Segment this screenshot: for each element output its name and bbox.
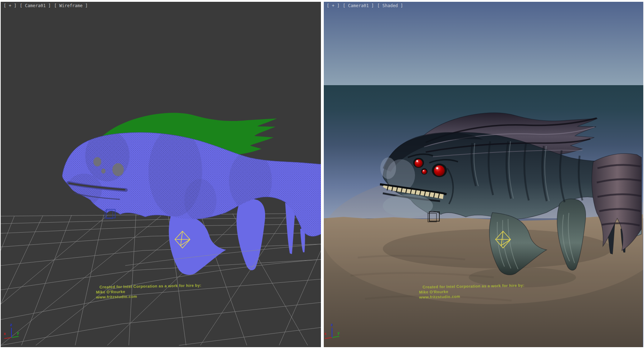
axis-gizmo: x y z [4, 322, 19, 339]
wireframe-scene[interactable]: Created for Intel Corporation as a work … [1, 2, 321, 347]
axis-x-label: x [4, 331, 6, 336]
eye-spot [101, 169, 106, 174]
viewport-wireframe[interactable]: [ + ] [ Camera01 ] [ Wireframe ] [1, 2, 321, 347]
shaded-scene[interactable]: Created for Intel Corporation as a work … [324, 2, 643, 347]
ground-mesh[interactable] [1, 213, 321, 345]
red-eye [434, 165, 445, 176]
viewport-menu-button[interactable]: [ + ] [327, 3, 340, 8]
sky [324, 2, 643, 85]
viewport-label-right: [ + ] [ Camera01 ] [ Shaded ] [327, 3, 404, 8]
shading-mode-label[interactable]: [ Shaded ] [377, 3, 403, 8]
camera-label[interactable]: [ Camera01 ] [343, 3, 374, 8]
attribution-text: Created for Intel Corporation as a work … [96, 283, 201, 299]
max-viewport-area: [ + ] [ Camera01 ] [ Wireframe ] [0, 0, 644, 350]
svg-text:Mike O'Rourke: Mike O'Rourke [419, 290, 448, 294]
viewport-menu-button[interactable]: [ + ] [4, 3, 16, 8]
axis-y-label: y [17, 331, 19, 335]
shading-mode-label[interactable]: [ Wireframe ] [54, 3, 88, 8]
viewport-shaded[interactable]: Created for Intel Corporation as a work … [324, 2, 643, 347]
eye-spot [112, 163, 124, 176]
svg-text:www.fritzstudio.com: www.fritzstudio.com [419, 294, 460, 299]
chin-highlight [383, 194, 433, 217]
snout-highlight [380, 157, 396, 179]
viewport-label-left: [ + ] [ Camera01 ] [ Wireframe ] [4, 3, 88, 8]
eye-spot [93, 157, 101, 166]
axis-z-label: z [331, 322, 333, 327]
camera-label[interactable]: [ Camera01 ] [20, 3, 51, 8]
svg-text:www.fritzstudio.com: www.fritzstudio.com [96, 294, 137, 299]
rear-fin [236, 199, 265, 271]
svg-text:Mike O'Rourke: Mike O'Rourke [96, 290, 125, 294]
axis-z-label: z [10, 322, 13, 327]
axis-y-label: y [337, 331, 340, 335]
red-eye [415, 159, 423, 167]
axis-x-label: x [324, 331, 327, 336]
svg-text:Created for Intel Corporation: Created for Intel Corporation as a work … [99, 283, 201, 289]
red-eye [422, 170, 427, 174]
fish-model-wireframe[interactable] [62, 113, 321, 275]
